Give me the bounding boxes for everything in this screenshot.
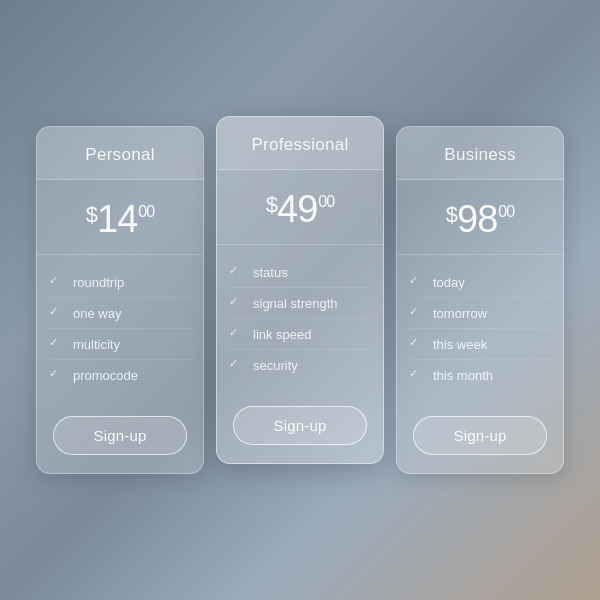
plan-features-business: ✓today✓tomorrow✓this week✓this month: [397, 255, 563, 402]
pricing-container: Personal$1400✓roundtrip✓one way✓multicit…: [16, 106, 584, 494]
price-whole-business: 98: [457, 200, 497, 238]
list-item: ✓today: [409, 267, 551, 298]
price-dollar-professional: $: [266, 194, 277, 216]
feature-text: status: [253, 265, 288, 280]
check-icon: ✓: [229, 357, 245, 373]
plan-price-professional: $4900: [229, 190, 371, 228]
feature-text: multicity: [73, 337, 120, 352]
feature-text: this week: [433, 337, 487, 352]
price-whole-personal: 14: [97, 200, 137, 238]
price-cents-professional: 00: [318, 194, 334, 210]
price-whole-professional: 49: [277, 190, 317, 228]
plan-header-personal: Personal: [37, 127, 203, 180]
plan-name-personal: Personal: [49, 145, 191, 165]
plan-name-business: Business: [409, 145, 551, 165]
plan-footer-personal: Sign-up: [37, 402, 203, 473]
check-icon: ✓: [49, 336, 65, 352]
list-item: ✓this week: [409, 329, 551, 360]
feature-text: security: [253, 358, 298, 373]
price-dollar-business: $: [446, 204, 457, 226]
price-cents-personal: 00: [138, 204, 154, 220]
check-icon: ✓: [49, 367, 65, 383]
signup-button-personal[interactable]: Sign-up: [53, 416, 187, 455]
plan-card-personal: Personal$1400✓roundtrip✓one way✓multicit…: [36, 126, 204, 474]
list-item: ✓signal strength: [229, 288, 371, 319]
signup-button-business[interactable]: Sign-up: [413, 416, 547, 455]
plan-footer-professional: Sign-up: [217, 392, 383, 463]
plan-card-professional: Professional$4900✓status✓signal strength…: [216, 116, 384, 464]
feature-text: promocode: [73, 368, 138, 383]
list-item: ✓security: [229, 350, 371, 380]
plan-price-section-personal: $1400: [37, 180, 203, 255]
check-icon: ✓: [49, 305, 65, 321]
plan-footer-business: Sign-up: [397, 402, 563, 473]
check-icon: ✓: [229, 295, 245, 311]
check-icon: ✓: [49, 274, 65, 290]
feature-text: this month: [433, 368, 493, 383]
price-cents-business: 00: [498, 204, 514, 220]
feature-text: signal strength: [253, 296, 338, 311]
plan-card-business: Business$9800✓today✓tomorrow✓this week✓t…: [396, 126, 564, 474]
feature-text: tomorrow: [433, 306, 487, 321]
check-icon: ✓: [409, 336, 425, 352]
signup-button-professional[interactable]: Sign-up: [233, 406, 367, 445]
list-item: ✓one way: [49, 298, 191, 329]
feature-text: one way: [73, 306, 121, 321]
list-item: ✓this month: [409, 360, 551, 390]
list-item: ✓multicity: [49, 329, 191, 360]
list-item: ✓tomorrow: [409, 298, 551, 329]
plan-features-professional: ✓status✓signal strength✓link speed✓secur…: [217, 245, 383, 392]
plan-header-business: Business: [397, 127, 563, 180]
list-item: ✓link speed: [229, 319, 371, 350]
feature-text: roundtrip: [73, 275, 124, 290]
plan-features-personal: ✓roundtrip✓one way✓multicity✓promocode: [37, 255, 203, 402]
check-icon: ✓: [229, 264, 245, 280]
plan-header-professional: Professional: [217, 117, 383, 170]
plan-price-section-business: $9800: [397, 180, 563, 255]
plan-name-professional: Professional: [229, 135, 371, 155]
check-icon: ✓: [409, 367, 425, 383]
plan-price-personal: $1400: [49, 200, 191, 238]
feature-text: link speed: [253, 327, 312, 342]
plan-price-business: $9800: [409, 200, 551, 238]
plan-price-section-professional: $4900: [217, 170, 383, 245]
price-dollar-personal: $: [86, 204, 97, 226]
list-item: ✓status: [229, 257, 371, 288]
check-icon: ✓: [409, 305, 425, 321]
feature-text: today: [433, 275, 465, 290]
check-icon: ✓: [409, 274, 425, 290]
list-item: ✓roundtrip: [49, 267, 191, 298]
list-item: ✓promocode: [49, 360, 191, 390]
check-icon: ✓: [229, 326, 245, 342]
